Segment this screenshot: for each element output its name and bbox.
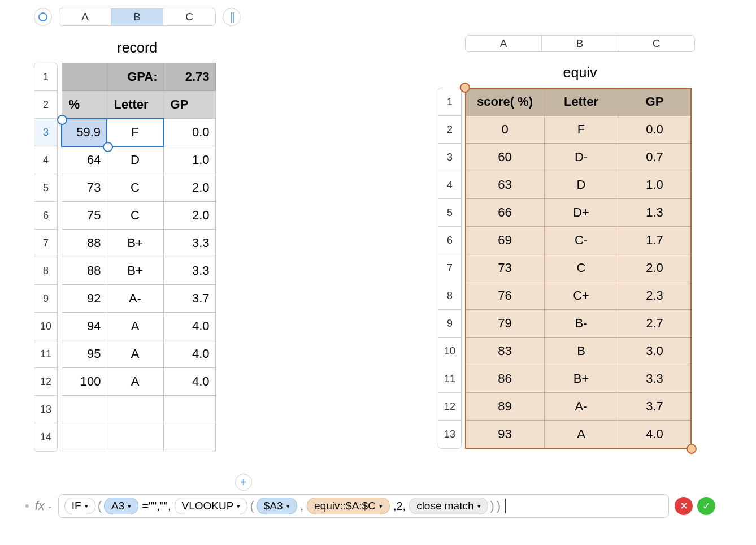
equiv-col-b[interactable]: B <box>542 36 618 51</box>
row-header[interactable]: 4 <box>438 171 461 199</box>
cell[interactable] <box>62 423 107 451</box>
row-header[interactable]: 2 <box>34 91 57 119</box>
cell[interactable]: A- <box>545 393 618 421</box>
row-header[interactable]: 11 <box>34 340 57 368</box>
header-gp[interactable]: GP <box>163 91 215 119</box>
cell-b3-selected[interactable]: F <box>107 119 163 146</box>
cell[interactable]: 4.0 <box>618 421 692 448</box>
cell[interactable] <box>163 396 215 423</box>
equiv-header-score[interactable]: score( %) <box>466 88 545 116</box>
cell[interactable]: 3.3 <box>163 230 215 257</box>
row-header[interactable]: 11 <box>438 365 461 393</box>
cell[interactable]: 66 <box>466 199 545 227</box>
cell[interactable]: B+ <box>107 230 163 257</box>
cancel-button[interactable]: ✕ <box>675 497 693 515</box>
cell[interactable]: 60 <box>466 144 545 171</box>
cell[interactable]: 63 <box>466 171 545 199</box>
cell[interactable]: D+ <box>545 199 618 227</box>
cell[interactable] <box>62 396 107 423</box>
equiv-col-c[interactable]: C <box>618 36 694 51</box>
cell[interactable]: 89 <box>466 393 545 421</box>
row-header[interactable]: 13 <box>438 421 461 448</box>
cell[interactable]: 2.0 <box>163 202 215 230</box>
cell[interactable]: 86 <box>466 365 545 393</box>
cell-a3[interactable]: 59.9 <box>62 119 107 146</box>
cell[interactable]: 1.0 <box>163 146 215 174</box>
circle-icon[interactable] <box>34 8 52 26</box>
equiv-table[interactable]: score( %) Letter GP 0F0.0 60D-0.7 63D1.0… <box>465 88 692 448</box>
token-close-match[interactable]: close match▾ <box>409 498 488 514</box>
pause-icon[interactable]: ‖ <box>223 8 241 26</box>
cell[interactable]: 2.0 <box>163 174 215 202</box>
cell[interactable]: B+ <box>107 257 163 285</box>
cell[interactable]: B- <box>545 310 618 338</box>
cell[interactable] <box>107 423 163 451</box>
cell[interactable]: C <box>107 174 163 202</box>
cell[interactable]: 1.0 <box>618 171 692 199</box>
cell[interactable]: C <box>545 254 618 282</box>
row-header-selected[interactable]: 3 <box>34 119 57 146</box>
cell[interactable]: 93 <box>466 421 545 448</box>
cell[interactable]: 3.7 <box>163 285 215 313</box>
col-header-c[interactable]: C <box>163 8 215 25</box>
gpa-value[interactable]: 2.73 <box>163 63 215 91</box>
equiv-header-letter[interactable]: Letter <box>545 88 618 116</box>
cell[interactable]: A <box>107 313 163 340</box>
row-header[interactable]: 12 <box>438 393 461 421</box>
header-letter[interactable]: Letter <box>107 91 163 119</box>
token-vlookup[interactable]: VLOOKUP▾ <box>175 498 248 514</box>
cell[interactable]: A- <box>107 285 163 313</box>
cell[interactable]: 73 <box>62 174 107 202</box>
cell[interactable]: A <box>107 368 163 396</box>
row-header[interactable]: 1 <box>34 63 57 91</box>
add-row-icon[interactable]: + <box>235 474 252 491</box>
cell[interactable]: 79 <box>466 310 545 338</box>
cell[interactable]: 95 <box>62 340 107 368</box>
cell[interactable]: 2.0 <box>618 254 692 282</box>
row-header[interactable]: 2 <box>438 116 461 144</box>
cell[interactable] <box>62 63 107 91</box>
row-header[interactable]: 4 <box>34 146 57 174</box>
selection-handle-icon[interactable] <box>57 115 67 125</box>
token-a3[interactable]: A3▾ <box>104 498 138 514</box>
cell[interactable]: C <box>107 202 163 230</box>
token-if[interactable]: IF▾ <box>64 498 95 514</box>
cell[interactable]: C- <box>545 227 618 254</box>
cell[interactable]: 3.0 <box>618 338 692 365</box>
cell[interactable]: 69 <box>466 227 545 254</box>
row-header[interactable]: 10 <box>438 338 461 365</box>
cell[interactable]: C+ <box>545 282 618 310</box>
cell[interactable]: A <box>107 340 163 368</box>
cell[interactable]: D <box>107 146 163 174</box>
cell[interactable]: 3.3 <box>163 257 215 285</box>
cell[interactable]: D- <box>545 144 618 171</box>
row-header[interactable]: 8 <box>34 257 57 285</box>
cell[interactable]: 0.0 <box>163 119 215 146</box>
cell[interactable]: A <box>545 421 618 448</box>
cell[interactable]: 2.7 <box>618 310 692 338</box>
row-header[interactable]: 6 <box>34 202 57 230</box>
col-header-b[interactable]: B <box>111 8 163 25</box>
row-header[interactable]: 7 <box>438 254 461 282</box>
cell[interactable]: 94 <box>62 313 107 340</box>
cell[interactable]: 3.7 <box>618 393 692 421</box>
col-header-a[interactable]: A <box>59 8 111 25</box>
confirm-button[interactable]: ✓ <box>697 497 715 515</box>
token-dollar-a3[interactable]: $A3▾ <box>257 498 297 514</box>
cell[interactable] <box>163 423 215 451</box>
cell[interactable]: D <box>545 171 618 199</box>
cell[interactable]: 0 <box>466 116 545 144</box>
cell[interactable]: 4.0 <box>163 368 215 396</box>
cell[interactable]: 1.7 <box>618 227 692 254</box>
row-header[interactable]: 6 <box>438 227 461 254</box>
row-header[interactable]: 5 <box>438 199 461 227</box>
cell[interactable]: B+ <box>545 365 618 393</box>
cell[interactable]: 4.0 <box>163 340 215 368</box>
cell[interactable]: 64 <box>62 146 107 174</box>
row-header[interactable]: 10 <box>34 313 57 340</box>
cell[interactable]: 75 <box>62 202 107 230</box>
equiv-header-gp[interactable]: GP <box>618 88 692 116</box>
selection-handle-icon[interactable] <box>460 83 470 93</box>
cell[interactable]: 73 <box>466 254 545 282</box>
cell[interactable]: B <box>545 338 618 365</box>
